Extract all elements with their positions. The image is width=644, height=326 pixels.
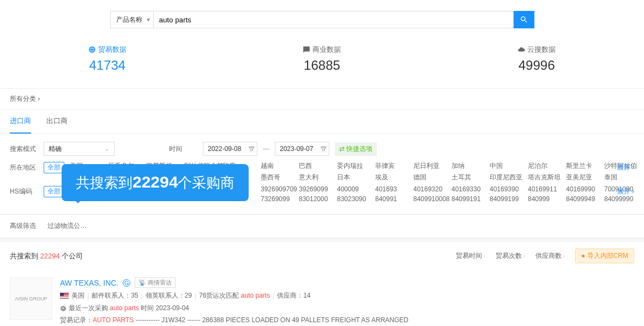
hs-expand-link[interactable]: 展开 › xyxy=(617,187,634,196)
stats-bar: 贸易数据 41734 商业数据 16885 云搜数据 49996 xyxy=(0,39,644,89)
hs-item[interactable]: 40169990 xyxy=(566,185,601,193)
search-button[interactable] xyxy=(514,11,534,28)
region-item[interactable]: 塔吉克斯坦 xyxy=(528,173,563,182)
company-logo: AISIN GROUP xyxy=(10,277,52,320)
stat-trade-data[interactable]: 贸易数据 41734 xyxy=(88,45,127,73)
stat-business-data[interactable]: 商业数据 16885 xyxy=(303,45,341,73)
hs-item[interactable]: 84099191 xyxy=(452,195,486,203)
hs-item[interactable]: 400009 xyxy=(337,185,372,193)
hs-item[interactable]: 840991 xyxy=(375,195,410,203)
region-item[interactable]: 意大利 xyxy=(299,173,334,182)
hs-item[interactable]: 40169390 xyxy=(490,185,525,193)
region-item[interactable]: 越南 xyxy=(261,161,296,171)
search-category-select[interactable]: 产品名称 xyxy=(110,11,154,28)
search-input[interactable] xyxy=(154,11,514,28)
stat-value: 41734 xyxy=(88,58,127,73)
region-item[interactable]: 尼泊尔 xyxy=(528,161,563,171)
flag-icon xyxy=(60,293,69,299)
date-quick-option[interactable]: ⇄ 快捷选项 xyxy=(335,142,377,156)
region-label: 所在地区 xyxy=(10,161,38,172)
search-mode-label: 搜索模式 xyxy=(10,144,38,154)
sort-arrow-icon: ↓ xyxy=(563,253,565,259)
category-breadcrumb[interactable]: 所有分类 › xyxy=(0,89,644,110)
time-label: 时间 xyxy=(169,144,197,154)
verified-badge-icon: G xyxy=(123,279,130,287)
sort-trade-time[interactable]: 贸易时间 ↓ xyxy=(456,251,486,261)
adv-filter-label: 高级筛选 xyxy=(10,222,36,230)
cloud-icon xyxy=(517,46,525,53)
region-item[interactable]: 巴西 xyxy=(299,161,334,171)
country-label: 美国 xyxy=(71,291,85,300)
search-category-label: 产品名称 xyxy=(116,15,142,25)
search-count-callout: 共搜索到22294个采购商 xyxy=(62,164,249,201)
hs-item[interactable]: 83023090 xyxy=(337,195,372,203)
region-item[interactable]: 泰国 xyxy=(604,173,639,182)
radar-badge-button[interactable]: 📡 商情雷达 xyxy=(135,277,176,288)
sort-arrow-icon: ↓ xyxy=(483,253,486,259)
result-item: AISIN GROUP AW TEXAS, INC. G 📡 商情雷达 美国 |… xyxy=(0,270,644,326)
stat-cloud-data[interactable]: 云搜数据 49996 xyxy=(517,45,556,73)
date-to-input[interactable]: 2023-09-07 xyxy=(275,142,329,156)
sort-supplier-count[interactable]: 供应商数 ↓ xyxy=(535,251,565,261)
date-separator: — xyxy=(263,145,269,153)
region-item[interactable]: 尼日利亚 xyxy=(413,161,448,171)
region-item[interactable]: 斯里兰卡 xyxy=(566,161,601,171)
date-from-input[interactable]: 2022-09-08 xyxy=(203,142,257,156)
stat-value: 16885 xyxy=(303,58,341,73)
search-icon xyxy=(520,15,528,24)
globe-icon xyxy=(88,46,96,53)
region-item[interactable]: 加纳 xyxy=(452,161,486,171)
region-item[interactable]: 德国 xyxy=(413,173,448,182)
company-name-link[interactable]: AW TEXAS, INC. xyxy=(60,279,118,287)
hs-item[interactable]: 40169911 xyxy=(528,185,563,193)
hs-item[interactable]: 3926909709 xyxy=(261,185,296,193)
region-item[interactable]: 土耳其 xyxy=(452,173,486,182)
sort-arrow-icon: ↓ xyxy=(523,253,526,259)
tab-exporter[interactable]: 出口商 xyxy=(46,110,68,134)
region-item[interactable]: 亚美尼亚 xyxy=(566,173,601,182)
region-item[interactable]: 菲律宾 xyxy=(375,161,410,171)
hs-item[interactable]: 73269099 xyxy=(261,195,296,203)
region-item[interactable]: 委内瑞拉 xyxy=(337,161,372,171)
stat-label: 商业数据 xyxy=(312,45,341,55)
region-item[interactable]: 墨西哥 xyxy=(261,173,296,182)
import-crm-button[interactable]: ● 导入内部CRM xyxy=(575,249,634,263)
hs-item[interactable]: 401693 xyxy=(375,185,410,193)
hs-item[interactable]: 84099949 xyxy=(566,195,601,203)
sort-trade-count[interactable]: 贸易次数 ↓ xyxy=(496,251,526,261)
region-expand-link[interactable]: 展开 › xyxy=(617,163,634,172)
hs-item[interactable]: 83012000 xyxy=(299,195,334,203)
hs-item[interactable]: 40169330 xyxy=(452,185,486,193)
region-item[interactable]: 中国 xyxy=(490,161,525,171)
chat-icon xyxy=(303,46,310,53)
stat-label: 云搜数据 xyxy=(527,45,556,55)
region-item[interactable]: 日本 xyxy=(337,173,372,182)
hs-item[interactable]: 40169320 xyxy=(413,185,448,193)
search-mode-select[interactable]: 精确 xyxy=(44,142,115,156)
hs-item[interactable]: 84099199 xyxy=(490,195,525,203)
stat-label: 贸易数据 xyxy=(98,45,127,55)
stat-value: 49996 xyxy=(517,58,556,73)
region-item[interactable]: 印度尼西亚 xyxy=(490,173,525,182)
hs-item[interactable]: 840999 xyxy=(528,195,563,203)
tab-importer[interactable]: 进口商 xyxy=(10,110,31,134)
clock-icon xyxy=(60,305,67,312)
region-item[interactable]: 埃及 xyxy=(375,173,410,182)
hs-item[interactable]: 84099990 xyxy=(604,195,639,203)
hs-item[interactable]: 8409910008 xyxy=(413,195,448,203)
hs-label: HS编码 xyxy=(10,185,38,196)
results-count: 共搜索到 22294 个公司 xyxy=(10,251,83,261)
adv-filter-option[interactable]: 过滤物流公… xyxy=(47,222,87,230)
hs-item[interactable]: 39269099 xyxy=(299,185,334,193)
